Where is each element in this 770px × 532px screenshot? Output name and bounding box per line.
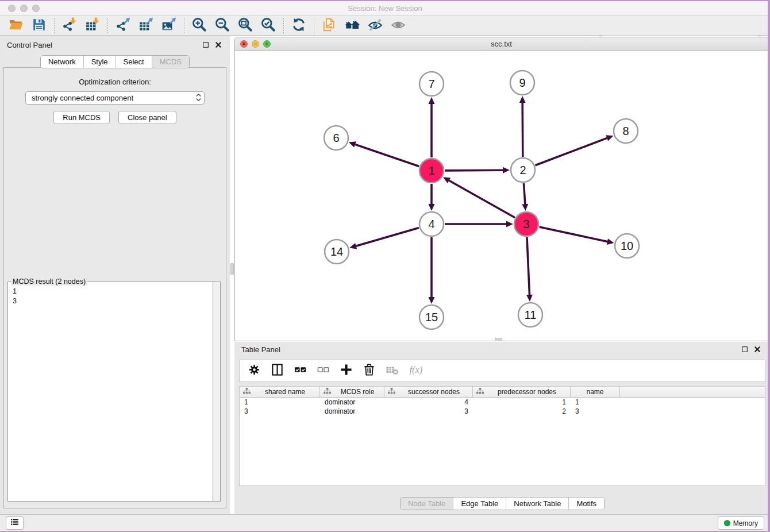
table-row[interactable]: 1dominator411 (240, 398, 765, 407)
close-window-icon[interactable] (8, 5, 16, 12)
float-table-panel-icon[interactable] (740, 345, 749, 354)
graph-edge-1-2[interactable] (445, 167, 510, 174)
graph-node-4[interactable]: 4 (419, 212, 444, 236)
graph-node-10[interactable]: 10 (615, 234, 639, 258)
float-panel-icon[interactable] (201, 40, 210, 50)
save-session-button[interactable] (28, 18, 51, 34)
zoom-frame-icon[interactable]: + (263, 40, 271, 48)
graph-edge-1-7[interactable] (429, 97, 435, 157)
show-all-button[interactable] (387, 18, 410, 34)
horizontal-splitter-handle[interactable] (495, 338, 502, 341)
graph-node-14[interactable]: 14 (325, 240, 349, 264)
graph-node-1[interactable]: 1 (419, 159, 444, 183)
tab-motifs[interactable]: Motifs (568, 498, 604, 510)
graph-edge-4-15[interactable] (429, 237, 435, 304)
graph-node-6[interactable]: 6 (324, 126, 348, 150)
column-header-shared-name[interactable]: shared name (240, 387, 320, 397)
clone-network-icon (322, 17, 337, 34)
split-columns-icon (271, 363, 284, 379)
window-border-right (768, 0, 770, 532)
graph-edge-1-4[interactable] (429, 184, 435, 211)
column-header-name[interactable]: name (571, 387, 620, 397)
add-column-button[interactable] (340, 363, 353, 379)
clone-network-button[interactable] (318, 18, 341, 34)
cell-name: 3 (571, 407, 620, 415)
export-network-icon (116, 17, 130, 34)
graph-node-11[interactable]: 11 (518, 303, 542, 327)
titlebar-buttons (0, 5, 40, 12)
column-header-predecessor-nodes[interactable]: predecessor nodes (473, 387, 571, 397)
tab-network[interactable]: Network (41, 56, 83, 68)
export-network-button[interactable] (111, 18, 134, 34)
svg-text:3: 3 (523, 218, 529, 230)
graph-edge-2-8[interactable] (536, 135, 614, 165)
zoom-selected-button[interactable] (257, 18, 280, 34)
export-image-icon (161, 17, 176, 34)
graph-edge-2-9[interactable] (519, 96, 526, 157)
table-row[interactable]: 3dominator323 (240, 407, 765, 416)
column-header-mcds-role[interactable]: MCDS role (320, 387, 384, 397)
graph-node-15[interactable]: 15 (419, 305, 444, 329)
svg-text:4: 4 (428, 218, 434, 230)
graph-edge-4-14[interactable] (349, 228, 419, 249)
svg-text:8: 8 (622, 125, 629, 137)
optimization-criterion-label: Optimization criterion: (4, 78, 226, 86)
tab-mcds[interactable]: MCDS (152, 56, 189, 68)
hide-selected-button[interactable] (364, 18, 387, 34)
import-network-button[interactable] (58, 18, 81, 34)
close-panel-icon[interactable] (213, 40, 223, 50)
tab-network-table[interactable]: Network Table (506, 498, 568, 510)
column-header-label: predecessor nodes (486, 388, 568, 396)
zoom-window-icon[interactable] (32, 5, 40, 12)
tab-select[interactable]: Select (116, 56, 152, 68)
refresh-layout-button[interactable] (287, 18, 310, 34)
graph-node-9[interactable]: 9 (510, 71, 534, 95)
export-image-button[interactable] (157, 18, 180, 34)
mcds-result-line: 1 (13, 287, 220, 296)
tab-edge-table[interactable]: Edge Table (453, 498, 506, 510)
graph-node-2[interactable]: 2 (511, 158, 535, 182)
result-scrollbar[interactable] (212, 282, 220, 501)
hide-all-columns-button[interactable] (317, 363, 330, 379)
vertical-splitter-handle[interactable] (230, 263, 234, 275)
home-button[interactable] (341, 18, 364, 34)
criterion-dropdown[interactable]: strongly connected component (25, 91, 205, 105)
task-history-button[interactable] (6, 516, 24, 530)
graph-node-7[interactable]: 7 (419, 72, 444, 96)
graph-edge-3-10[interactable] (540, 227, 614, 245)
zoom-out-button[interactable] (211, 18, 234, 34)
zoom-selected-icon (261, 17, 276, 34)
import-table-button[interactable] (81, 18, 104, 34)
zoom-in-button[interactable] (188, 18, 211, 34)
column-settings-button[interactable] (248, 363, 261, 379)
open-file-button[interactable] (5, 18, 28, 34)
memory-button[interactable]: Memory (718, 516, 764, 530)
tab-node-table[interactable]: Node Table (401, 498, 453, 510)
show-all-columns-button[interactable] (294, 363, 307, 379)
close-table-panel-icon[interactable] (752, 345, 762, 354)
graph-edge-3-1[interactable] (443, 177, 515, 217)
split-columns-button[interactable] (271, 363, 284, 379)
minimize-window-icon[interactable] (20, 5, 28, 12)
column-header-successor-nodes[interactable]: successor nodes (384, 387, 473, 397)
network-window-titlebar[interactable]: ×−+ scc.txt (235, 37, 768, 51)
graph-edge-3-11[interactable] (526, 237, 533, 302)
zoom-fit-button[interactable] (234, 18, 257, 34)
close-frame-icon[interactable]: × (240, 40, 248, 48)
tab-style[interactable]: Style (83, 56, 116, 68)
network-canvas-svg[interactable]: 7968124314101511 (235, 51, 768, 341)
table-tab-group: Node TableEdge TableNetwork TableMotifs (400, 497, 605, 510)
cell-successor-nodes: 4 (384, 398, 473, 406)
run-mcds-button[interactable]: Run MCDS (53, 111, 110, 124)
graph-node-8[interactable]: 8 (614, 119, 638, 143)
graph-edge-1-6[interactable] (349, 141, 419, 166)
network-window: ×−+ scc.txt 7968124314101511 (234, 37, 768, 341)
column-header-label: MCDS role (333, 388, 382, 396)
graph-edge-2-3[interactable] (522, 183, 528, 211)
graph-node-3[interactable]: 3 (514, 212, 538, 236)
minimize-frame-icon[interactable]: − (252, 40, 259, 48)
export-table-button[interactable] (134, 18, 157, 34)
graph-edge-4-3[interactable] (445, 221, 513, 228)
close-panel-button[interactable]: Close panel (118, 111, 176, 124)
delete-column-button[interactable] (363, 363, 376, 379)
